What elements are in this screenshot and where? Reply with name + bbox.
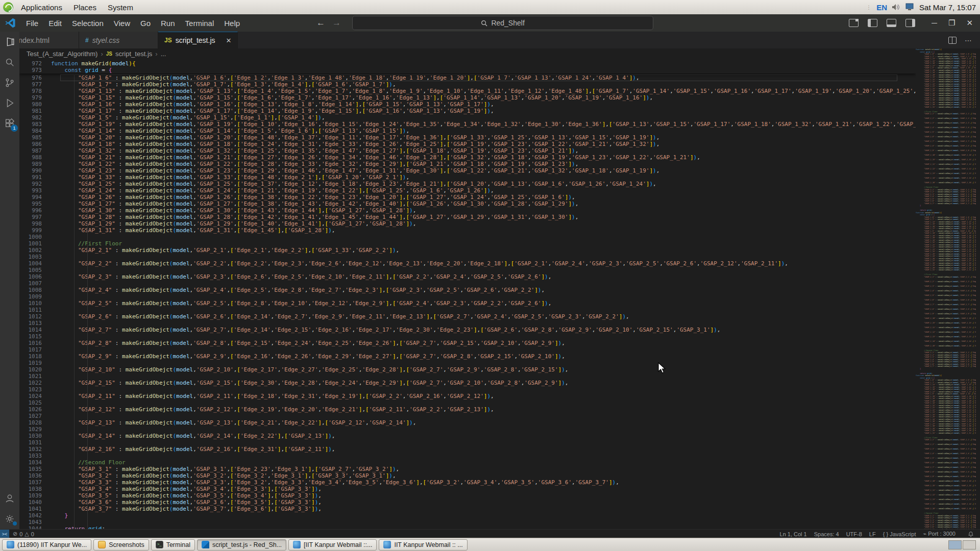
nav-forward-icon[interactable]: →: [332, 18, 341, 28]
display-icon[interactable]: [905, 3, 915, 11]
code-line[interactable]: 1008 "GSAP_2_4" : makeGridObejct(model,'…: [916, 290, 976, 292]
code-line[interactable]: 1008 "GSAP_2_4" : makeGridObejct(model,'…: [916, 453, 976, 455]
code-line[interactable]: 979 "GSAP_1_15" : makeGridObejct(model,'…: [19, 94, 916, 101]
code-line[interactable]: 1028 "GSAP_2_13" : makeGridObejct(model,…: [916, 498, 976, 501]
code-line[interactable]: 1006 "GSAP_2_3" : makeGridObejct(model,'…: [916, 122, 976, 124]
code-line[interactable]: 999 "GSAP_1_31" : makeGridObejct(model,'…: [916, 106, 976, 109]
code-line[interactable]: 1032 "GSAP_2_16" : makeGridObejct(model,…: [916, 182, 976, 184]
code-line[interactable]: 1044 return grid;: [19, 525, 916, 529]
places-menu[interactable]: Places: [68, 0, 102, 14]
code-line[interactable]: 1016 "GSAP_2_8" : makeGridObejct(model,'…: [916, 471, 976, 473]
menu-file[interactable]: File: [21, 14, 43, 32]
code-line[interactable]: 1009: [19, 293, 916, 300]
code-line[interactable]: 988 "GSAP_1_21" : makeGridObejct(model,'…: [19, 154, 916, 161]
code-line[interactable]: 1029: [19, 426, 916, 433]
status-item[interactable]: UTF-8: [843, 531, 866, 537]
status-item[interactable]: Spaces: 4: [811, 531, 843, 537]
code-line[interactable]: 1018 "GSAP_2_9" : makeGridObejct(model,'…: [916, 475, 976, 478]
code-line[interactable]: 1012 "GSAP_2_6" : makeGridObejct(model,'…: [916, 299, 976, 302]
restore-icon[interactable]: ❐: [948, 18, 955, 28]
code-line[interactable]: 1016 "GSAP_2_8" : makeGridObejct(model,'…: [19, 340, 916, 346]
code-line[interactable]: 1006 "GSAP_2_3" : makeGridObejct(model,'…: [19, 273, 916, 280]
code-line[interactable]: 996 "GSAP_1_30" : makeGridObejct(model,'…: [19, 207, 916, 214]
status-item[interactable]: { } JavaScript: [879, 531, 920, 537]
tab-script_test.js[interactable]: JSscript_test.js✕: [158, 32, 238, 48]
breadcrumb-folder[interactable]: Test_(A_star_Algorithm): [27, 50, 97, 58]
code-line[interactable]: 997 "GSAP_1_28" : makeGridObejct(model,'…: [19, 214, 916, 220]
code-line[interactable]: 1042 }: [19, 512, 916, 519]
code-line[interactable]: 1022 "GSAP_2_15" : makeGridObejct(model,…: [916, 322, 976, 324]
toggle-sidebar-icon[interactable]: [868, 19, 877, 27]
code-line[interactable]: 1010 "GSAP_2_5" : makeGridObejct(model,'…: [916, 457, 976, 460]
code-line[interactable]: 1043: [19, 519, 916, 525]
code-line[interactable]: 1022 "GSAP_2_15" : makeGridObejct(model,…: [916, 159, 976, 161]
code-line[interactable]: 1037 "GSAP_3_3" : makeGridObejct(model,'…: [19, 479, 916, 486]
code-line[interactable]: 977 "GSAP_1_7" : makeGridObejct(model,'G…: [19, 81, 916, 88]
code-line[interactable]: 978 "GSAP_1_13" : makeGridObejct(model,'…: [19, 88, 916, 94]
tab-styel.css[interactable]: #styel.css: [79, 32, 158, 48]
code-line[interactable]: 1023: [19, 386, 916, 393]
code-line[interactable]: 1002 "GSAP_2_1" : makeGridObejct(model,'…: [916, 276, 976, 279]
volume-icon[interactable]: [892, 3, 901, 11]
code-line[interactable]: 1006 "GSAP_2_3" : makeGridObejct(model,'…: [916, 448, 976, 450]
code-line[interactable]: 993 "GSAP_1_24" : makeGridObejct(model,'…: [19, 187, 916, 194]
code-line[interactable]: 998 "GSAP_1_29" : makeGridObejct(model,'…: [19, 220, 916, 227]
code-line[interactable]: 1026 "GSAP_2_12" : makeGridObejct(model,…: [19, 406, 916, 413]
code-line[interactable]: 1041 "GSAP_3_7" : makeGridObejct(model,'…: [19, 506, 916, 512]
code-line[interactable]: 1030 "GSAP_2_14" : makeGridObejct(model,…: [916, 177, 976, 180]
menu-run[interactable]: Run: [156, 14, 180, 32]
code-line[interactable]: 1032 "GSAP_2_16" : makeGridObejct(model,…: [916, 345, 976, 347]
customize-layout-icon[interactable]: [849, 19, 859, 27]
code-line[interactable]: 999 "GSAP_1_31" : makeGridObejct(model,'…: [916, 432, 976, 435]
code-line[interactable]: 973 const grid = {: [19, 67, 916, 73]
code-line[interactable]: 1019: [19, 360, 916, 366]
code-line[interactable]: 1002 "GSAP_2_1" : makeGridObejct(model,'…: [916, 113, 976, 115]
code-line[interactable]: 1004 "GSAP_2_2" : makeGridObejct(model,'…: [916, 281, 976, 283]
code-line[interactable]: 1000: [19, 234, 916, 240]
breadcrumb-file[interactable]: script_test.js: [115, 50, 152, 58]
code-line[interactable]: 1004 "GSAP_2_2" : makeGridObejct(model,'…: [916, 443, 976, 446]
code-line[interactable]: 1016 "GSAP_2_8" : makeGridObejct(model,'…: [916, 308, 976, 311]
code-line[interactable]: 1002 "GSAP_2_1" : makeGridObejct(model,'…: [19, 247, 916, 254]
taskbar-window-button[interactable]: IIT Kanpur Webmail :: ...: [379, 539, 467, 550]
code-line[interactable]: 1024 "GSAP_2_11" : makeGridObejct(model,…: [916, 163, 976, 166]
code-line[interactable]: 980 "GSAP_1_16" : makeGridObejct(model,'…: [19, 101, 916, 108]
workspace-2[interactable]: [963, 540, 976, 549]
distro-logo-icon[interactable]: [3, 2, 13, 12]
code-line[interactable]: 1014 "GSAP_2_7" : makeGridObejct(model,'…: [916, 466, 976, 469]
code-line[interactable]: 995 "GSAP_1_27" : makeGridObejct(model,'…: [19, 201, 916, 207]
menu-help[interactable]: Help: [219, 14, 245, 32]
code-editor[interactable]: 972function makeGrid(model){973 const gr…: [19, 59, 916, 529]
remote-indicator[interactable]: ><: [0, 530, 9, 538]
code-line[interactable]: 1002 "GSAP_2_1" : makeGridObejct(model,'…: [916, 439, 976, 441]
status-item[interactable]: Ln 1, Col 1: [776, 531, 811, 537]
code-line[interactable]: 1030 "GSAP_2_14" : makeGridObejct(model,…: [19, 433, 916, 439]
code-line[interactable]: 1005: [19, 267, 916, 273]
code-line[interactable]: 1040 "GSAP_3_6" : makeGridObejct(model,'…: [19, 499, 916, 506]
settings-gear-icon[interactable]: [0, 509, 19, 529]
code-lines[interactable]: 976 "GSAP_1_6" : makeGridObejct(model,'G…: [19, 74, 916, 529]
code-line[interactable]: 1010 "GSAP_2_5" : makeGridObejct(model,'…: [916, 131, 976, 134]
status-item[interactable]: LF: [866, 531, 879, 537]
taskbar-window-button[interactable]: Screenshots: [93, 539, 149, 550]
code-line[interactable]: 999 "GSAP_1_31" : makeGridObejct(model,'…: [19, 227, 916, 234]
menu-terminal[interactable]: Terminal: [180, 14, 219, 32]
menu-selection[interactable]: Selection: [67, 14, 109, 32]
code-line[interactable]: 1036 "GSAP_3_2" : makeGridObejct(model,'…: [19, 472, 916, 479]
code-line[interactable]: 984 "GSAP_1_14" : makeGridObejct(model,'…: [19, 128, 916, 134]
code-line[interactable]: 1015: [19, 333, 916, 340]
taskbar-window-button[interactable]: [IIT Kanpur Webmail ::...: [288, 539, 377, 550]
code-line[interactable]: 1038 "GSAP_3_4" : makeGridObejct(model,'…: [19, 486, 916, 492]
code-line[interactable]: 981 "GSAP_1_17" : makeGridObejct(model,'…: [19, 108, 916, 114]
code-line[interactable]: 1026 "GSAP_2_12" : makeGridObejct(model,…: [916, 331, 976, 334]
taskbar-window-button[interactable]: (11890) IIT Kanpur We...: [2, 539, 91, 550]
code-line[interactable]: 1007: [19, 280, 916, 287]
code-line[interactable]: 994 "GSAP_1_26" : makeGridObejct(model,'…: [19, 194, 916, 201]
workspace-1[interactable]: [948, 540, 962, 549]
code-line[interactable]: 1004 "GSAP_2_2" : makeGridObejct(model,'…: [916, 117, 976, 120]
code-line[interactable]: 1031: [19, 439, 916, 446]
code-line[interactable]: 1022 "GSAP_2_15" : makeGridObejct(model,…: [19, 380, 916, 386]
code-line[interactable]: 1014 "GSAP_2_7" : makeGridObejct(model,'…: [916, 304, 976, 306]
toggle-secondary-sidebar-icon[interactable]: [905, 19, 915, 27]
code-line[interactable]: 1017: [19, 346, 916, 353]
